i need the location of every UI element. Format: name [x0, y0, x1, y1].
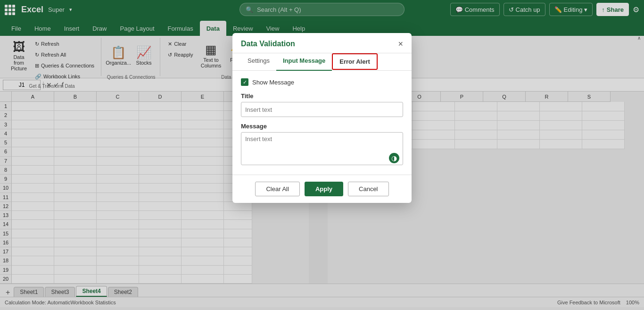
message-textarea[interactable] [241, 132, 403, 165]
dialog-tab-input-message[interactable]: Input Message [276, 53, 332, 71]
title-input[interactable] [241, 102, 403, 117]
dialog-tab-settings[interactable]: Settings [241, 53, 276, 71]
show-message-checkbox[interactable]: ✓ [241, 78, 248, 86]
cancel-button[interactable]: Cancel [348, 182, 388, 196]
modal-overlay: Data Validation × Settings Input Message… [0, 0, 644, 310]
data-validation-dialog: Data Validation × Settings Input Message… [232, 33, 412, 203]
modal-body: ✓ Show Message Title Message ◑ [232, 71, 412, 175]
modal-close-button[interactable]: × [398, 40, 403, 48]
message-textarea-wrapper: ◑ [241, 132, 403, 167]
message-field-label: Message [241, 123, 403, 130]
clear-all-button[interactable]: Clear All [255, 182, 299, 196]
textarea-ai-icon[interactable]: ◑ [389, 153, 399, 163]
title-field-label: Title [241, 92, 403, 100]
modal-title: Data Validation [241, 40, 295, 48]
modal-tabs: Settings Input Message Error Alert [232, 53, 412, 71]
dialog-tab-error-alert[interactable]: Error Alert [332, 53, 378, 70]
modal-footer: Clear All Apply Cancel [232, 175, 412, 203]
show-message-row: ✓ Show Message [241, 78, 403, 86]
show-message-label: Show Message [252, 79, 294, 86]
modal-header: Data Validation × [232, 33, 412, 53]
apply-button[interactable]: Apply [305, 182, 343, 196]
